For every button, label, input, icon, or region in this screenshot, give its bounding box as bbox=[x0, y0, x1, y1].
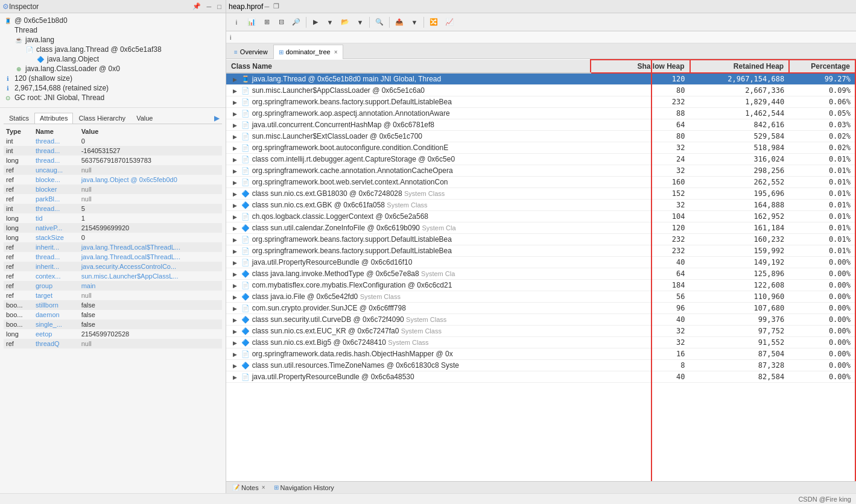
row-expander[interactable]: ▶ bbox=[231, 248, 238, 255]
heap-minimize-icon[interactable]: ─ bbox=[263, 2, 270, 11]
table-row[interactable]: ▶ 🔷 class sun.nio.cs.ext.Big5 @ 0x6c7248… bbox=[226, 337, 855, 348]
tab-value[interactable]: Value bbox=[131, 113, 158, 124]
table-row[interactable]: ▶ 📄 com.sun.crypto.provider.SunJCE @ 0x6… bbox=[226, 303, 855, 314]
tab-overview[interactable]: ≡ Overview bbox=[229, 45, 273, 59]
table-row[interactable]: ▶ 🔷 class sun.nio.cs.ext.EUC_KR @ 0x6c72… bbox=[226, 326, 855, 337]
row-expander[interactable]: ▶ bbox=[231, 294, 238, 301]
row-expander[interactable]: ▶ bbox=[231, 110, 238, 118]
table-row[interactable]: ▶ 📄 org.springframework.cache.annotation… bbox=[226, 165, 855, 177]
tab-dominator-tree[interactable]: ⊞ dominator_tree × bbox=[273, 45, 343, 59]
col-header-retained-heap[interactable]: Retained Heap bbox=[690, 60, 790, 73]
row-class-icon: 📄 bbox=[241, 144, 250, 151]
bottom-tab-nav-history[interactable]: ⊞ Navigation History bbox=[271, 484, 337, 492]
table-row[interactable]: ▶ 📄 org.springframework.data.redis.hash.… bbox=[226, 348, 855, 360]
toolbar-histogram-btn[interactable]: 📊 bbox=[244, 16, 259, 29]
inspector-tabs-row: Statics Attributes Class Hierarchy Value… bbox=[4, 113, 222, 124]
toolbar-info-btn[interactable]: i bbox=[230, 16, 243, 29]
dominator-tab-close[interactable]: × bbox=[334, 49, 338, 55]
toolbar-export-dropdown-btn[interactable]: ▼ bbox=[408, 16, 421, 29]
toolbar-leak-suspect-btn[interactable]: 🔎 bbox=[289, 16, 303, 29]
inspector-title-bar: ⚙ Inspector 📌 ─ □ bbox=[0, 0, 226, 13]
heap-restore-icon[interactable]: ❐ bbox=[272, 2, 281, 11]
table-row[interactable]: ▶ 📄 org.springframework.beans.factory.su… bbox=[226, 234, 855, 245]
row-expander[interactable]: ▶ bbox=[231, 76, 238, 83]
row-expander[interactable]: ▶ bbox=[231, 282, 238, 289]
toolbar-compare-btn[interactable]: 🔀 bbox=[426, 16, 441, 29]
table-row[interactable]: ▶ 📄 org.springframework.beans.factory.su… bbox=[226, 96, 855, 108]
row-expander[interactable]: ▶ bbox=[231, 156, 238, 163]
row-expander[interactable]: ▶ bbox=[231, 87, 238, 95]
system-class-label: System Class bbox=[387, 201, 427, 209]
table-row[interactable]: ▶ 📄 ch.qos.logback.classic.LoggerContext… bbox=[226, 211, 855, 222]
row-expander[interactable]: ▶ bbox=[231, 236, 238, 244]
table-row[interactable]: ▶ 🔷 class sun.util.resources.TimeZoneNam… bbox=[226, 360, 855, 371]
tab-class-hierarchy[interactable]: Class Hierarchy bbox=[73, 113, 131, 124]
table-row[interactable]: ▶ 📄 org.springframework.boot.autoconfigu… bbox=[226, 142, 855, 154]
table-row[interactable]: ▶ 📄 java.util.concurrent.ConcurrentHashM… bbox=[226, 119, 855, 131]
row-expander[interactable]: ▶ bbox=[231, 374, 238, 381]
toolbar-search-btn[interactable]: 🔍 bbox=[372, 16, 387, 29]
toolbar-top-consumers-btn[interactable]: ⊟ bbox=[274, 16, 288, 29]
table-row[interactable]: ▶ 🔷 class sun.util.calendar.ZoneInfoFile… bbox=[226, 222, 855, 234]
row-expander[interactable]: ▶ bbox=[231, 271, 238, 278]
table-row[interactable]: ▶ 📄 org.springframework.beans.factory.su… bbox=[226, 245, 855, 257]
inspector-retained-size-line: ℹ 2,967,154,688 (retained size) bbox=[4, 83, 222, 93]
row-expander[interactable]: ▶ bbox=[231, 339, 238, 347]
row-expander[interactable]: ▶ bbox=[231, 351, 238, 358]
bottom-tab-notes[interactable]: 📝 Notes × bbox=[230, 484, 268, 492]
row-expander[interactable]: ▶ bbox=[231, 191, 238, 198]
row-expander[interactable]: ▶ bbox=[231, 213, 238, 221]
table-row[interactable]: ▶ 📄 java.util.PropertyResourceBundle @ 0… bbox=[226, 257, 855, 268]
toolbar-dominator-btn[interactable]: ⊞ bbox=[260, 16, 273, 29]
minimize-icon[interactable]: ─ bbox=[205, 2, 214, 11]
col-header-class-name[interactable]: Class Name bbox=[226, 60, 591, 73]
col-header-shallow-heap[interactable]: Shallow Heap bbox=[591, 60, 690, 73]
row-expander[interactable]: ▶ bbox=[231, 305, 238, 312]
row-expander[interactable]: ▶ bbox=[231, 317, 238, 324]
row-expander[interactable]: ▶ bbox=[231, 202, 238, 209]
table-row[interactable]: ▶ 🧵 java.lang.Thread @ 0x6c5e1b8d0 main … bbox=[226, 73, 855, 85]
toolbar-open-btn[interactable]: 📂 bbox=[338, 16, 352, 29]
row-class-text: java.util.concurrent.ConcurrentHashMap @… bbox=[252, 121, 434, 129]
row-expander[interactable]: ▶ bbox=[231, 328, 238, 335]
row-pct: 0.00% bbox=[789, 303, 855, 314]
maximize-icon[interactable]: □ bbox=[215, 2, 223, 11]
tab-attributes[interactable]: Attributes bbox=[34, 113, 73, 124]
table-row[interactable]: ▶ 🔷 class java.lang.invoke.MethodType @ … bbox=[226, 268, 855, 280]
table-row[interactable]: ▶ 📄 org.springframework.boot.web.servlet… bbox=[226, 177, 855, 188]
row-expander[interactable]: ▶ bbox=[231, 179, 238, 186]
col-header-percentage[interactable]: Percentage bbox=[789, 60, 855, 73]
row-expander[interactable]: ▶ bbox=[231, 122, 238, 129]
inspector-thread-label: Thread bbox=[14, 26, 37, 34]
table-row[interactable]: ▶ 📄 class com.intellij.rt.debugger.agent… bbox=[226, 154, 855, 165]
table-row[interactable]: ▶ 📄 sun.misc.Launcher$AppClassLoader @ 0… bbox=[226, 85, 855, 96]
row-expander[interactable]: ▶ bbox=[231, 133, 238, 140]
pin-icon[interactable]: 📌 bbox=[191, 2, 203, 11]
toolbar-export-btn[interactable]: 📤 bbox=[392, 16, 407, 29]
table-row[interactable]: ▶ 📄 java.util.PropertyResourceBundle @ 0… bbox=[226, 371, 855, 383]
tab-statics[interactable]: Statics bbox=[4, 113, 34, 124]
row-class-text: class sun.nio.cs.ext.Big5 @ 0x6c7248410 bbox=[252, 338, 386, 347]
row-expander[interactable]: ▶ bbox=[231, 362, 238, 370]
table-row[interactable]: ▶ 📄 sun.misc.Launcher$ExtClassLoader @ 0… bbox=[226, 131, 855, 142]
tab-forward-arrow[interactable]: ▶ bbox=[212, 113, 222, 124]
toolbar-run-btn[interactable]: ▶ bbox=[309, 16, 322, 29]
notes-close-icon[interactable]: × bbox=[262, 484, 265, 491]
toolbar-open-dropdown-btn[interactable]: ▼ bbox=[353, 16, 367, 29]
row-expander[interactable]: ▶ bbox=[231, 145, 238, 152]
table-row[interactable]: ▶ 📄 org.springframework.aop.aspectj.anno… bbox=[226, 108, 855, 119]
table-row[interactable]: ▶ 🔷 class sun.nio.cs.ext.GBK @ 0x6c61fa0… bbox=[226, 200, 855, 211]
table-row[interactable]: ▶ 🔷 class sun.security.util.CurveDB @ 0x… bbox=[226, 314, 855, 326]
toolbar-chart-btn[interactable]: 📈 bbox=[442, 16, 457, 29]
row-expander[interactable]: ▶ bbox=[231, 168, 238, 175]
attr-type: long bbox=[4, 233, 33, 242]
table-row[interactable]: ▶ 📄 com.mybatisflex.core.mybatis.FlexCon… bbox=[226, 280, 855, 291]
table-row[interactable]: ▶ 🔷 class java.io.File @ 0x6c5e42fd0 Sys… bbox=[226, 291, 855, 303]
row-expander[interactable]: ▶ bbox=[231, 99, 238, 106]
row-pct: 0.00% bbox=[789, 291, 855, 303]
row-expander[interactable]: ▶ bbox=[231, 259, 238, 266]
row-expander[interactable]: ▶ bbox=[231, 225, 238, 232]
toolbar-run-dropdown-btn[interactable]: ▼ bbox=[323, 16, 337, 29]
row-retained: 1,829,440 bbox=[690, 96, 790, 108]
table-row[interactable]: ▶ 🔷 class sun.nio.cs.ext.GB18030 @ 0x6c7… bbox=[226, 188, 855, 200]
